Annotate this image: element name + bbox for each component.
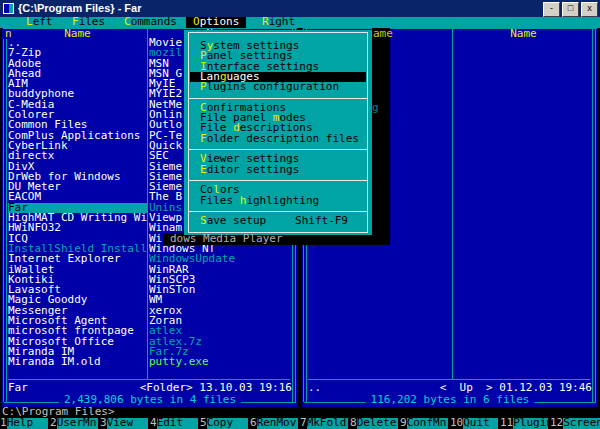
menu-item-plugins-configuration[interactable]: Plugins configuration — [190, 82, 366, 92]
window-controls: - □ x — [543, 2, 598, 17]
panel-border — [592, 28, 593, 402]
column-divider — [452, 28, 453, 379]
status-separator — [8, 379, 290, 380]
menu-item-save-setup[interactable]: Save setupShift-F9 — [190, 216, 366, 226]
fkey-4-edit[interactable]: 4Edit — [150, 418, 200, 429]
fkey-9-confmn[interactable]: 9ConfMn — [400, 418, 450, 429]
fkey-3-view[interactable]: 3View — [100, 418, 150, 429]
fkey-6-renmov[interactable]: 6RenMov — [250, 418, 300, 429]
status-separator — [308, 379, 590, 380]
left-col1: ..7-ZipAdobeAheadAIMbuddyphoneC-MediaCol… — [8, 38, 147, 368]
menu-item-folder-description-files[interactable]: Folder description files — [190, 134, 366, 144]
key-bar: 1Help2UserMn3View4Edit5Copy6RenMov7MkFol… — [0, 418, 600, 429]
menubar-item-right[interactable]: Right — [262, 17, 295, 28]
fkey-11-plugin[interactable]: 11Plugin — [500, 418, 550, 429]
current-file-details: <Folder> 13.10.03 19:16 — [140, 383, 292, 393]
current-file-name: Far — [8, 383, 28, 393]
file-item[interactable]: HWiNFO32 — [8, 223, 147, 233]
menu-separator — [188, 180, 368, 181]
shadowed-header-fragment: ame — [373, 29, 393, 39]
fkey-7-mkfold[interactable]: 7MkFold — [300, 418, 350, 429]
options-menu: System settingsPanel settingsInterface s… — [184, 30, 372, 235]
current-file-name: .. — [308, 383, 321, 393]
window-title: {C:\Program Files} - Far — [18, 3, 141, 13]
far-app-icon — [3, 3, 14, 14]
command-line[interactable]: C:\Program Files> — [2, 407, 115, 417]
fkey-12-screen[interactable]: 12Screen — [550, 418, 600, 429]
sort-mode-indicator: n — [3, 29, 14, 39]
minimize-button[interactable]: - — [543, 2, 560, 17]
file-item[interactable]: EACOM — [8, 192, 147, 202]
fkey-8-delete[interactable]: 8Delete — [350, 418, 400, 429]
fkey-2-usermn[interactable]: 2UserMn — [50, 418, 100, 429]
file-item[interactable]: putty.exe — [149, 357, 290, 367]
maximize-button[interactable]: □ — [562, 2, 579, 17]
menu-separator — [188, 149, 368, 150]
panel-totals: 2,439,806 bytes in 4 files — [59, 395, 241, 405]
panel-totals: 116,202 bytes in 6 files — [366, 395, 535, 405]
file-item[interactable]: Ahead — [8, 69, 147, 79]
panel-border — [6, 28, 7, 402]
menubar-item-commands[interactable]: Commands — [124, 17, 177, 28]
column-divider — [147, 28, 148, 379]
fkey-1-help[interactable]: 1Help — [0, 418, 50, 429]
menu-item-files-highlighting[interactable]: Files highlighting — [190, 196, 366, 206]
menu-separator — [188, 211, 368, 212]
shadowed-row-fragment: dows Media Player — [170, 234, 283, 244]
far-manager-window: {C:\Program Files} - Far - □ x LeftFiles… — [0, 0, 600, 429]
file-item[interactable]: Miranda IM.old — [8, 357, 147, 367]
column-header-name: Name — [455, 29, 592, 39]
current-file-details: < Up > 01.12.03 19:46 — [440, 383, 592, 393]
menubar-item-left[interactable]: Left — [26, 17, 53, 28]
close-button[interactable]: x — [581, 2, 598, 17]
fkey-5-copy[interactable]: 5Copy — [200, 418, 250, 429]
panel-border — [595, 28, 596, 402]
menu-shadow-right — [372, 28, 390, 245]
menu-separator — [188, 98, 368, 99]
shadowed-file-fragment: g — [372, 103, 379, 113]
fkey-10-quit[interactable]: 10Quit — [450, 418, 500, 429]
panel-border — [3, 28, 4, 402]
file-item[interactable]: WinSTon — [149, 285, 290, 295]
menu-item-editor-settings[interactable]: Editor settings — [190, 165, 366, 175]
